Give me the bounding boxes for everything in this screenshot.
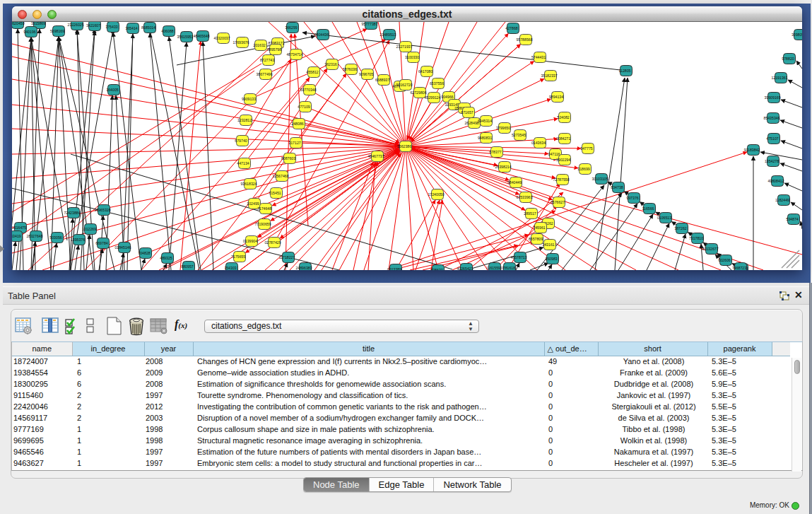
- svg-text:947775: 947775: [580, 146, 592, 151]
- svg-text:59770348: 59770348: [300, 88, 316, 92]
- svg-text:6688937: 6688937: [375, 78, 389, 82]
- svg-text:904966: 904966: [441, 95, 453, 99]
- svg-text:477109: 477109: [298, 105, 310, 109]
- svg-text:602606: 602606: [718, 258, 730, 262]
- svg-text:489325: 489325: [160, 256, 172, 260]
- svg-text:35615951: 35615951: [177, 35, 193, 39]
- svg-text:43320037: 43320037: [213, 36, 230, 40]
- svg-text:1182449: 1182449: [775, 198, 789, 202]
- svg-text:9480831: 9480831: [478, 136, 492, 140]
- svg-text:678377: 678377: [489, 150, 501, 154]
- svg-text:679740: 679740: [235, 139, 247, 143]
- svg-text:45299124: 45299124: [424, 95, 440, 100]
- svg-text:154303: 154303: [224, 266, 236, 270]
- svg-text:671657: 671657: [461, 110, 473, 115]
- svg-text:0013389: 0013389: [387, 267, 401, 271]
- svg-text:39909169: 39909169: [764, 95, 780, 100]
- svg-text:317127: 317127: [288, 141, 300, 145]
- svg-text:93618324: 93618324: [240, 182, 257, 186]
- svg-text:62729806: 62729806: [410, 90, 426, 95]
- svg-text:997376: 997376: [626, 196, 638, 200]
- svg-text:553419: 553419: [12, 234, 21, 238]
- svg-text:80132677: 80132677: [702, 247, 718, 251]
- svg-text:17240050: 17240050: [428, 192, 444, 197]
- svg-text:49808412: 49808412: [767, 179, 784, 183]
- svg-text:48467737: 48467737: [367, 154, 384, 158]
- svg-text:745961: 745961: [533, 226, 545, 230]
- svg-text:77190659: 77190659: [254, 222, 271, 226]
- svg-text:8087603: 8087603: [281, 156, 295, 160]
- svg-text:978820: 978820: [782, 57, 794, 61]
- svg-text:12567468: 12567468: [272, 174, 288, 178]
- svg-text:503056: 503056: [49, 235, 61, 240]
- svg-text:289517: 289517: [524, 211, 536, 216]
- svg-text:95788568: 95788568: [516, 37, 532, 42]
- svg-text:28327648: 28327648: [26, 234, 42, 238]
- svg-text:01845146: 01845146: [114, 245, 131, 250]
- svg-text:40265423: 40265423: [457, 267, 473, 271]
- svg-text:3421607: 3421607: [86, 23, 100, 28]
- svg-text:17693676: 17693676: [233, 40, 249, 45]
- svg-text:3098050: 3098050: [792, 33, 802, 37]
- svg-text:82620450: 82620450: [12, 22, 25, 25]
- svg-text:6417080: 6417080: [418, 69, 433, 74]
- svg-text:7174648: 7174648: [257, 206, 271, 211]
- svg-text:150983: 150983: [545, 257, 557, 261]
- svg-text:201632: 201632: [253, 43, 265, 47]
- svg-text:475107: 475107: [766, 136, 778, 141]
- svg-text:35182337: 35182337: [541, 74, 557, 78]
- svg-text:7175655: 7175655: [231, 255, 245, 259]
- svg-text:5840449: 5840449: [507, 180, 522, 185]
- svg-text:940196: 940196: [23, 30, 35, 34]
- svg-text:455812: 455812: [306, 70, 318, 74]
- svg-text:67533963: 67533963: [516, 195, 532, 199]
- svg-text:12191361: 12191361: [771, 76, 787, 80]
- svg-text:715451: 715451: [269, 191, 281, 195]
- svg-text:116566: 116566: [642, 206, 654, 211]
- svg-text:102499: 102499: [247, 201, 259, 206]
- svg-text:0139904: 0139904: [243, 239, 257, 243]
- svg-text:72787558: 72787558: [553, 177, 569, 182]
- svg-text:534874: 534874: [786, 217, 798, 221]
- svg-text:24896383: 24896383: [295, 266, 312, 270]
- svg-text:1161559: 1161559: [486, 266, 500, 270]
- svg-text:5876036: 5876036: [343, 67, 357, 71]
- svg-text:8895798: 8895798: [267, 47, 281, 52]
- svg-text:46578713: 46578713: [510, 255, 526, 259]
- svg-text:1395376: 1395376: [71, 238, 85, 242]
- svg-text:48734714: 48734714: [286, 52, 302, 57]
- svg-text:26398214: 26398214: [495, 165, 511, 169]
- svg-text:343161: 343161: [542, 243, 554, 247]
- svg-text:3799650: 3799650: [496, 126, 510, 130]
- svg-text:0781618: 0781618: [501, 266, 515, 270]
- svg-text:90162720: 90162720: [396, 83, 412, 87]
- svg-text:11718227: 11718227: [279, 255, 295, 259]
- svg-text:447134: 447134: [237, 161, 249, 165]
- svg-text:0084271: 0084271: [556, 136, 570, 141]
- svg-text:1354278: 1354278: [765, 159, 779, 163]
- svg-text:669784: 669784: [95, 241, 107, 245]
- svg-text:6537556: 6537556: [430, 81, 444, 86]
- svg-text:387262: 387262: [674, 226, 686, 230]
- svg-text:9894134: 9894134: [549, 95, 563, 99]
- svg-text:366299: 366299: [285, 25, 297, 30]
- svg-text:164005: 164005: [106, 88, 118, 92]
- svg-text:375433: 375433: [105, 25, 117, 29]
- svg-text:248086: 248086: [291, 122, 303, 126]
- svg-text:6945314: 6945314: [478, 119, 492, 123]
- svg-text:48465648: 48465648: [193, 34, 209, 38]
- svg-text:838637: 838637: [430, 268, 442, 271]
- svg-text:524082: 524082: [557, 115, 569, 119]
- svg-text:704828: 704828: [138, 251, 150, 255]
- svg-text:406088: 406088: [161, 29, 173, 33]
- svg-text:8685014: 8685014: [141, 25, 155, 30]
- svg-text:9096705: 9096705: [359, 72, 373, 76]
- svg-text:95777387: 95777387: [361, 22, 377, 26]
- svg-text:30103105: 30103105: [592, 177, 608, 181]
- svg-text:72423884: 72423884: [64, 211, 80, 215]
- svg-text:7468723: 7468723: [732, 266, 746, 270]
- svg-text:880957: 880957: [181, 264, 193, 269]
- svg-text:1316475: 1316475: [12, 226, 26, 230]
- svg-text:96965328: 96965328: [94, 208, 110, 212]
- svg-text:5273545: 5273545: [512, 133, 526, 137]
